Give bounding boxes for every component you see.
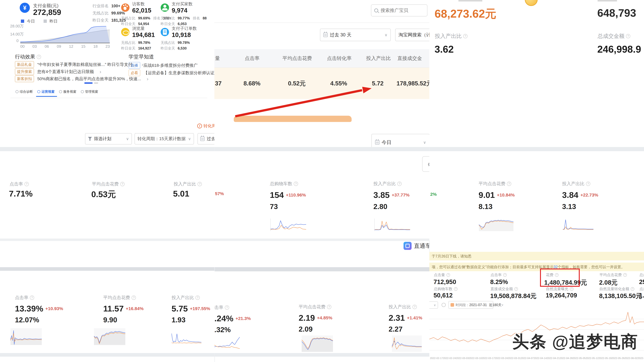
- tick-label: 15: [81, 44, 86, 49]
- tick-label: 2022-03-10: [469, 357, 482, 360]
- help-icon: [294, 182, 298, 186]
- card-pageviews: 浏览量 194,681 无线占比99.78% 昨日全天164,927: [121, 26, 160, 51]
- help-icon: [570, 287, 574, 291]
- channel-dropdown-cut[interactable]: 淘宝网搜索（计: [395, 29, 429, 41]
- stat-gmv-cut: 总成交: [640, 272, 644, 277]
- carousel-indicator[interactable]: [94, 82, 98, 84]
- cpc-sparkline: [302, 336, 333, 352]
- cpc-value: 0.53元: [91, 189, 116, 200]
- action-item-boost-search[interactable]: 提升搜索 您有4个直通车计划已达日限额: [15, 68, 101, 75]
- tab-operations-view[interactable]: 运营视窗: [37, 89, 54, 94]
- action-item-new-gift[interactable]: 新品礼金 “中年妇女袜子夏季薄款棉底短丝袜...” 昨日引导支付...: [15, 61, 143, 68]
- help-icon: [463, 34, 468, 38]
- school-section-title: 学堂早知道: [128, 53, 154, 60]
- compare-radio[interactable]: [442, 303, 446, 307]
- stat-cvr-cut: 点击转: [640, 286, 644, 291]
- calendar-icon: [323, 33, 328, 37]
- tick-label: 2022-05-12: [586, 357, 599, 360]
- panel-row2-left-metrics: 点击率 7.71% 平均点击花费 0.53元 投入产出比 5.01: [0, 151, 214, 239]
- col-ctr: 点击率: [229, 55, 276, 62]
- spend-chart-date-ticks: 2022-02-172022-02-242022-03-032022-03-10…: [430, 357, 644, 360]
- chevron-right-icon: [100, 69, 101, 74]
- pageviews-eye-icon: [121, 28, 130, 36]
- stat-organic-gmv: 自然流量转化金额: [600, 286, 634, 291]
- spend-highlight-red-box: [540, 269, 580, 287]
- today-date-dropdown[interactable]: 今日: [372, 134, 429, 147]
- panel-row2-right-metrics: 2% 平均点击花费 9.01+10.84% 8.13 投入产出比 3.84+22…: [429, 151, 644, 241]
- suborders-clipboard-icon: [161, 28, 169, 36]
- carousel-indicator-active[interactable]: [84, 82, 93, 84]
- headset-icon: [59, 90, 62, 93]
- roi-sparkline: [374, 219, 410, 231]
- metric-ctr-cut: 击率 .24%+21.3% .32%: [214, 305, 251, 334]
- cpc-sparkline: [94, 328, 125, 345]
- ztc-case-badge[interactable]: 直通车案例: [404, 242, 429, 250]
- total-clicks-value: 648,793: [597, 7, 636, 19]
- time-range-date: 2021-07-31: [469, 303, 487, 307]
- help-icon: [623, 273, 627, 277]
- tick-label: 2022-04-28: [560, 357, 573, 360]
- cycle-filter-label: 转化周期：15天累计数据: [138, 136, 186, 142]
- tab-management-view[interactable]: 管理视窗: [81, 89, 98, 94]
- cycle-filter-dropdown[interactable]: 转化周期：15天累计数据: [134, 133, 194, 144]
- time-range-span: 近180天: [489, 303, 502, 307]
- visitors-footprint-icon: [121, 3, 130, 12]
- time-range-label: 时间段：: [456, 303, 469, 307]
- metric-roi: 投入产出比 2.31+1.41% 2.27: [388, 304, 422, 333]
- metric-cpc: 平均点击花费 11.57+16.84% 9.90: [103, 295, 144, 324]
- help-icon: [626, 34, 630, 38]
- buyers-person-icon: [161, 3, 169, 12]
- tick-label: 2022-05-19: [599, 357, 612, 360]
- col-cvr: 点击转化率: [319, 55, 360, 62]
- search-input[interactable]: [380, 8, 422, 13]
- industry-rank-row: 行业排名100+: [92, 3, 120, 9]
- action-tag: 新品礼金: [15, 61, 34, 68]
- cut-percent-fragment: 57%: [215, 191, 224, 196]
- chevron-down-icon: [502, 303, 504, 307]
- panel-right-report: 于7月26日下线，请知悉 项，您可以通过右侧“数据自定义”功能自行添加；目前最多…: [429, 252, 644, 362]
- tab-service-view[interactable]: 服务视窗: [59, 89, 76, 94]
- legend-today-swatch: [21, 19, 24, 23]
- warning-circle-icon: [197, 124, 202, 128]
- card-visitors: 访客数 62,015 无线占比99.69% 排名100+ 昨日全天54,954: [121, 1, 160, 26]
- school-item-live[interactable]: 直播 应战618-多维度拆分付费推广: [128, 62, 198, 69]
- chevron-down-icon: [188, 137, 191, 141]
- cut-percent-fragment-green: 2%: [430, 192, 437, 197]
- tick-label: 00: [20, 44, 24, 49]
- time-range-dropdown[interactable]: 时间段： 2021-07-31 近180天: [448, 301, 493, 309]
- payment-amount-value: 272,859: [33, 8, 61, 17]
- date-range-dropdown[interactable]: 过去 30 天: [320, 29, 391, 41]
- date-filter-dropdown-cut[interactable]: 过去3: [198, 133, 214, 144]
- help-icon: [225, 305, 229, 310]
- plan-filter-label: 筛选计划: [94, 136, 111, 142]
- help-icon: [30, 296, 34, 300]
- metric-cpc: 平均点击花费 9.01+10.84% 8.13: [478, 181, 515, 211]
- action-item-newcomer-discount[interactable]: 新客折扣 50%商家都已报名，商品平均点击效率提升30%，快速...: [15, 75, 148, 82]
- plan-filter-dropdown[interactable]: 筛选计划: [85, 133, 132, 144]
- payment-amount-icon: ¥: [20, 3, 30, 13]
- panel-badge-strip: 直通车案例: [214, 241, 429, 267]
- gmv-label-row: 总成交金额: [598, 32, 630, 40]
- watermark-text: 头条 @追梦电商: [512, 331, 638, 353]
- today-label: 今日: [382, 139, 392, 146]
- search-icon: [374, 8, 378, 12]
- metric-ctr: 点击率 13.39%+10.93% 12.07%: [15, 295, 63, 324]
- tick-label: 2022-06-02: [624, 357, 638, 360]
- help-icon: [586, 182, 590, 186]
- dashboard-collage: ¥ 支付金额(元) 272,859 行业排名100+ 无线占比99.69% 昨日…: [0, 0, 644, 362]
- school-item-must-read[interactable]: 必看 【运营必备】生意参谋数据分析师认证: [128, 69, 214, 76]
- card-paying-buyers: 支付买家数 9,974 无线占比99.77% 排名88 昨日全天6,053: [161, 1, 199, 26]
- tab-overall-diagnosis[interactable]: 综合诊断: [16, 89, 33, 94]
- calendar-icon: [200, 137, 205, 141]
- panel-row3-mid-metrics: 击率 .24%+21.3% .32% 平均点击花费 2.19+4.85% 2.0…: [214, 271, 429, 353]
- stat-cart-total: 总购物车数: [434, 286, 458, 291]
- settings-gear-button[interactable]: [422, 156, 429, 172]
- stat-organic-impressions: 自然流量曝光: [546, 286, 574, 291]
- help-icon: [454, 287, 458, 291]
- tick-label: 2022-03-31: [508, 357, 521, 360]
- ctr-value: 7.71%: [9, 189, 33, 198]
- left-cut-dropdown[interactable]: [429, 302, 438, 309]
- tick-label: 2022-05-26: [612, 357, 624, 360]
- gear-icon: [427, 160, 429, 168]
- promo-search-box[interactable]: [371, 4, 428, 16]
